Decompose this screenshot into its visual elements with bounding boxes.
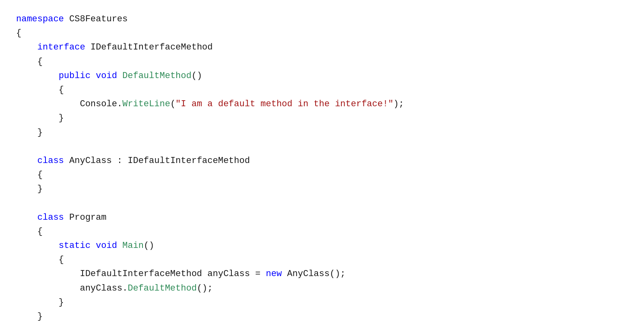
- code-line: {: [16, 253, 628, 267]
- code-token: (): [192, 71, 202, 81]
- code-token: static: [59, 241, 96, 251]
- code-token: interface: [37, 42, 91, 52]
- code-line: {: [16, 225, 628, 239]
- code-token: }: [16, 113, 64, 123]
- code-editor: namespace CS8Features{ interface IDefaul…: [16, 12, 628, 326]
- code-line: {: [16, 83, 628, 97]
- code-line: anyClass.DefaultMethod();: [16, 281, 628, 295]
- code-token: "I am a default method in the interface!…: [175, 99, 393, 109]
- code-line: {: [16, 26, 628, 40]
- code-line: public void DefaultMethod(): [16, 69, 628, 83]
- code-token: {: [16, 170, 43, 180]
- code-token: IDefaultInterfaceMethod: [91, 42, 213, 52]
- code-line: {: [16, 55, 628, 69]
- code-line: }: [16, 295, 628, 309]
- code-token: public: [59, 71, 96, 81]
- code-token: anyClass.: [16, 283, 128, 293]
- code-token: Program: [69, 213, 106, 223]
- code-token: {: [16, 227, 43, 237]
- code-token: DefaultMethod: [128, 283, 197, 293]
- code-token: =: [255, 269, 266, 279]
- code-line: }: [16, 309, 628, 324]
- code-token: :: [117, 156, 128, 166]
- code-token: (: [170, 99, 175, 109]
- code-token: [16, 42, 37, 52]
- code-line: static void Main(): [16, 239, 628, 253]
- code-line: [16, 196, 628, 210]
- code-token: }: [16, 312, 43, 322]
- code-token: {: [16, 57, 43, 67]
- code-token: void: [96, 71, 122, 81]
- code-token: IDefaultInterfaceMethod: [128, 156, 250, 166]
- code-token: [16, 213, 37, 223]
- code-token: IDefaultInterfaceMethod anyClass: [16, 269, 255, 279]
- code-token: }: [16, 184, 43, 194]
- code-token: class: [37, 213, 69, 223]
- code-token: ();: [197, 283, 213, 293]
- code-token: }: [16, 128, 43, 138]
- code-token: {: [16, 85, 64, 95]
- code-line: IDefaultInterfaceMethod anyClass = new A…: [16, 267, 628, 281]
- code-token: [16, 156, 37, 166]
- code-line: namespace CS8Features: [16, 12, 628, 26]
- code-token: DefaultMethod: [122, 71, 192, 81]
- code-token: {: [16, 28, 21, 38]
- code-token: }: [16, 297, 64, 307]
- code-token: WriteLine: [122, 99, 170, 109]
- code-line: class Program: [16, 210, 628, 225]
- code-token: Main: [122, 241, 144, 251]
- code-line: interface IDefaultInterfaceMethod: [16, 40, 628, 54]
- code-token: [16, 241, 59, 251]
- code-line: [16, 140, 628, 154]
- code-token: class: [37, 156, 69, 166]
- code-token: new: [266, 269, 287, 279]
- code-token: (): [144, 241, 154, 251]
- code-line: }: [16, 182, 628, 196]
- code-line: {: [16, 168, 628, 182]
- code-line: Console.WriteLine("I am a default method…: [16, 97, 628, 111]
- code-token: namespace: [16, 14, 69, 24]
- code-token: );: [393, 99, 404, 109]
- code-line: }: [16, 126, 628, 140]
- code-line: class AnyClass : IDefaultInterfaceMethod: [16, 154, 628, 168]
- code-token: [16, 71, 59, 81]
- code-token: void: [96, 241, 122, 251]
- code-token: {: [16, 255, 64, 265]
- code-token: AnyClass();: [287, 269, 345, 279]
- code-token: AnyClass: [69, 156, 117, 166]
- code-token: Console.: [16, 99, 122, 109]
- code-token: CS8Features: [69, 14, 128, 24]
- code-line: }: [16, 324, 628, 326]
- code-line: }: [16, 111, 628, 125]
